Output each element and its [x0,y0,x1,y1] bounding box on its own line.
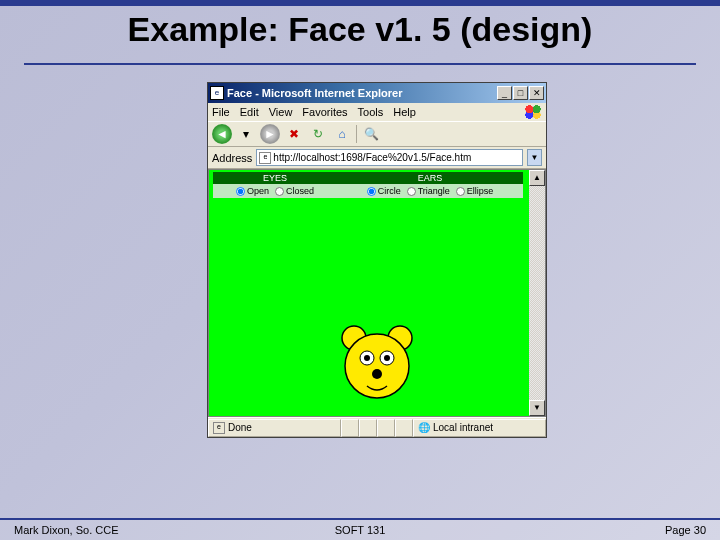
eyes-header: EYES [213,172,337,184]
scroll-up-button[interactable]: ▲ [529,170,545,186]
home-button[interactable]: ⌂ [332,124,352,144]
slide-footer: Mark Dixon, So. CCE SOFT 131 Page 30 [0,518,720,540]
browser-window: e Face - Microsoft Internet Explorer _ □… [207,82,547,438]
menu-file[interactable]: File [212,106,230,118]
svg-point-2 [345,334,409,398]
slide-title: Example: Face v1. 5 (design) [24,6,696,65]
ears-circle-option[interactable]: Circle [367,186,401,196]
windows-flag-icon [524,105,542,119]
svg-point-7 [372,369,382,379]
footer-author: Mark Dixon, So. CCE [14,524,245,536]
zone-icon: 🌐 [418,422,430,433]
menu-tools[interactable]: Tools [358,106,384,118]
svg-point-6 [384,355,390,361]
status-bar: e Done 🌐 Local intranet [208,417,546,437]
ears-header: EARS [337,172,523,184]
window-title: Face - Microsoft Internet Explorer [227,87,497,99]
maximize-button[interactable]: □ [513,86,528,100]
minimize-button[interactable]: _ [497,86,512,100]
ears-triangle-radio[interactable] [407,187,416,196]
eyes-closed-radio[interactable] [275,187,284,196]
eyes-closed-option[interactable]: Closed [275,186,314,196]
browser-titlebar: e Face - Microsoft Internet Explorer _ □… [208,83,546,103]
scroll-down-button[interactable]: ▼ [529,400,545,416]
forward-button[interactable]: ► [260,124,280,144]
ears-ellipse-radio[interactable] [456,187,465,196]
svg-point-5 [364,355,370,361]
menu-help[interactable]: Help [393,106,416,118]
page-icon: e [259,152,271,164]
toolbar: ◄ ▾ ► ✖ ↻ ⌂ 🔍 [208,121,546,147]
address-input[interactable]: e http://localhost:1698/Face%20v1.5/Face… [256,149,523,166]
back-button[interactable]: ◄ [212,124,232,144]
address-bar: Address e http://localhost:1698/Face%20v… [208,147,546,169]
address-dropdown-button[interactable]: ▼ [527,149,542,166]
control-panel: EYES Open Closed EARS Circle Triangle El… [213,172,523,198]
vertical-scrollbar[interactable]: ▲ ▼ [529,170,545,416]
menu-view[interactable]: View [269,106,293,118]
close-button[interactable]: ✕ [529,86,544,100]
status-text: Done [228,422,252,433]
footer-page: Page 30 [475,524,706,536]
ears-ellipse-option[interactable]: Ellipse [456,186,494,196]
ears-circle-radio[interactable] [367,187,376,196]
stop-button[interactable]: ✖ [284,124,304,144]
done-icon: e [213,422,225,434]
eyes-open-radio[interactable] [236,187,245,196]
eyes-open-option[interactable]: Open [236,186,269,196]
bear-face-graphic [334,322,420,402]
menu-edit[interactable]: Edit [240,106,259,118]
search-button[interactable]: 🔍 [361,124,381,144]
address-value: http://localhost:1698/Face%20v1.5/Face.h… [273,152,471,163]
page-viewport: EYES Open Closed EARS Circle Triangle El… [208,169,546,417]
back-chevron-icon[interactable]: ▾ [236,124,256,144]
menu-bar: File Edit View Favorites Tools Help [208,103,546,121]
address-label: Address [212,152,252,164]
menu-favorites[interactable]: Favorites [302,106,347,118]
footer-course: SOFT 131 [245,524,476,536]
ears-triangle-option[interactable]: Triangle [407,186,450,196]
ie-icon: e [210,86,224,100]
refresh-button[interactable]: ↻ [308,124,328,144]
zone-text: Local intranet [433,422,493,433]
